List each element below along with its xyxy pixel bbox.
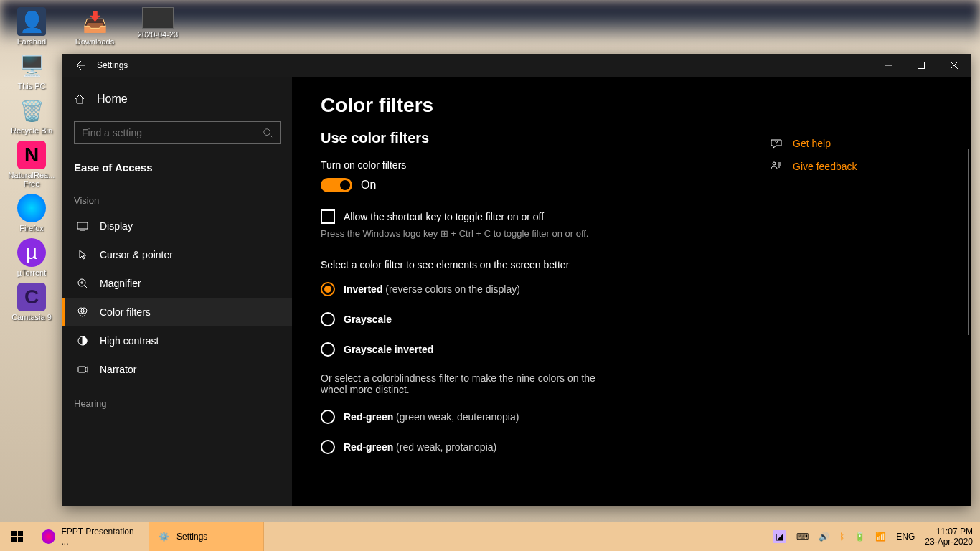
radio-name: Grayscale inverted [344, 344, 433, 355]
svg-line-5 [270, 135, 273, 138]
svg-text:?: ? [775, 139, 778, 146]
back-button[interactable] [62, 54, 97, 77]
nav-label: Display [100, 220, 133, 232]
search-icon [263, 128, 273, 138]
radio-button[interactable] [321, 410, 335, 424]
radio-grayscale-inverted[interactable]: Grayscale inverted [321, 342, 741, 357]
nav-cursor[interactable]: Cursor & pointer [62, 240, 292, 269]
radio-button[interactable] [321, 440, 335, 454]
colorblind-desc: Or select a colorblindness filter to mak… [321, 372, 622, 395]
svg-point-4 [264, 129, 270, 136]
desktop-icon-thispc[interactable]: 🖥️ This PC [7, 52, 56, 90]
page-title: Color filters [321, 94, 741, 117]
sidebar: Home Ease of Access Vision Display Curso… [62, 77, 292, 506]
clock[interactable]: 11:07 PM 23-Apr-2020 [925, 527, 973, 547]
radio-button[interactable] [321, 312, 335, 326]
radio-grayscale[interactable]: Grayscale [321, 312, 741, 326]
wifi-icon[interactable]: 📶 [875, 532, 886, 542]
page-subtitle: Use color filters [321, 130, 741, 146]
svg-point-18 [773, 162, 776, 165]
help-label: Get help [793, 138, 831, 149]
settings-window: Settings Home Ease of Access Vision Disp… [62, 54, 971, 506]
nav-high-contrast[interactable]: High contrast [62, 326, 292, 355]
desktop-icon-user[interactable]: 👤 Farshad [7, 7, 56, 46]
radio-deuteranopia[interactable]: Red-green (green weak, deuteranopia) [321, 410, 741, 424]
desktop-icon-label: 2020-04-23 [138, 30, 178, 39]
radio-sub: (green weak, deuteranopia) [393, 411, 519, 423]
feedback-label: Give feedback [793, 161, 857, 172]
titlebar: Settings [62, 54, 971, 77]
chrome-icon [42, 529, 55, 544]
input-icon[interactable]: ⌨ [796, 532, 809, 542]
minimize-button[interactable] [872, 54, 905, 77]
toggle-label: Turn on color filters [321, 159, 741, 171]
home-nav[interactable]: Home [62, 84, 292, 114]
svg-rect-21 [11, 537, 17, 542]
toggle-state: On [361, 179, 376, 192]
desktop-icon-label: µTorrent [17, 268, 47, 277]
nav-label: Cursor & pointer [100, 249, 173, 260]
radio-button[interactable] [321, 342, 335, 357]
desktop-icon-label: Farshad [17, 37, 46, 46]
nav-label: Color filters [100, 306, 151, 318]
nav-label: High contrast [100, 335, 159, 347]
radio-button[interactable] [321, 282, 335, 296]
svg-rect-16 [78, 367, 85, 372]
content-area: Color filters Use color filters Turn on … [292, 77, 971, 506]
svg-rect-6 [77, 222, 88, 229]
battery-icon[interactable]: 🔋 [854, 532, 865, 542]
start-button[interactable] [0, 522, 34, 551]
svg-rect-1 [918, 62, 925, 69]
radio-inverted[interactable]: Inverted (reverse colors on the display) [321, 282, 741, 296]
select-filter-desc: Select a color filter to see elements on… [321, 259, 741, 270]
desktop-icon-label: Firefox [19, 224, 44, 232]
date: 23-Apr-2020 [925, 537, 973, 547]
task-settings[interactable]: ⚙️ Settings [149, 522, 264, 551]
search-input[interactable] [82, 127, 263, 138]
task-label: FPPT Presentation ... [61, 527, 141, 547]
desktop-icon-firefox[interactable]: Firefox [7, 194, 56, 232]
desktop-icon-label: This PC [17, 82, 45, 90]
desktop-icon-naturalreader[interactable]: N NaturalRea... Free [7, 141, 56, 188]
desktop-icon-folder[interactable]: 2020-04-23 [133, 7, 182, 46]
bluetooth-icon[interactable]: ᛒ [839, 532, 844, 542]
svg-rect-20 [18, 531, 23, 536]
give-feedback-link[interactable]: Give feedback [770, 160, 942, 173]
volume-icon[interactable]: 🔊 [819, 532, 829, 542]
radio-name: Inverted [344, 283, 382, 295]
radio-name: Grayscale [344, 314, 392, 325]
time: 11:07 PM [925, 527, 973, 537]
radio-protanopia[interactable]: Red-green (red weak, protanopia) [321, 440, 741, 454]
get-help-link[interactable]: ? Get help [770, 137, 942, 150]
shortcut-checkbox[interactable] [321, 209, 335, 224]
radio-sub: (reverse colors on the display) [382, 283, 519, 295]
nav-narrator[interactable]: Narrator [62, 355, 292, 384]
desktop-icon-downloads[interactable]: 📥 Downloads [70, 7, 119, 46]
desktop-icon-camtasia[interactable]: C Camtasia 9 [7, 283, 56, 321]
window-title: Settings [97, 60, 128, 70]
search-box[interactable] [74, 121, 281, 144]
language-indicator[interactable]: ENG [896, 532, 915, 542]
maximize-button[interactable] [905, 54, 938, 77]
nav-label: Magnifier [100, 278, 141, 289]
svg-rect-22 [18, 537, 23, 542]
nav-label: Narrator [100, 364, 136, 375]
desktop-icon-utorrent[interactable]: µ µTorrent [7, 238, 56, 277]
task-fppt[interactable]: FPPT Presentation ... [34, 522, 149, 551]
task-label: Settings [176, 532, 207, 542]
close-button[interactable] [938, 54, 971, 77]
radio-name: Red-green [344, 441, 393, 453]
scrollbar[interactable] [968, 149, 969, 335]
desktop-icon-recyclebin[interactable]: 🗑️ Recycle Bin [7, 96, 56, 135]
nav-display[interactable]: Display [62, 212, 292, 240]
svg-line-9 [85, 286, 88, 288]
radio-sub: (red weak, protanopia) [393, 441, 496, 453]
nav-magnifier[interactable]: Magnifier [62, 269, 292, 298]
tray-icon[interactable]: ◪ [773, 530, 786, 543]
color-filters-toggle[interactable] [321, 178, 352, 192]
nav-color-filters[interactable]: Color filters [62, 298, 292, 326]
category-label: Ease of Access [62, 151, 292, 181]
gear-icon: ⚙️ [156, 529, 171, 544]
radio-name: Red-green [344, 411, 393, 423]
taskbar: FPPT Presentation ... ⚙️ Settings ◪ ⌨ 🔊 … [0, 522, 980, 551]
